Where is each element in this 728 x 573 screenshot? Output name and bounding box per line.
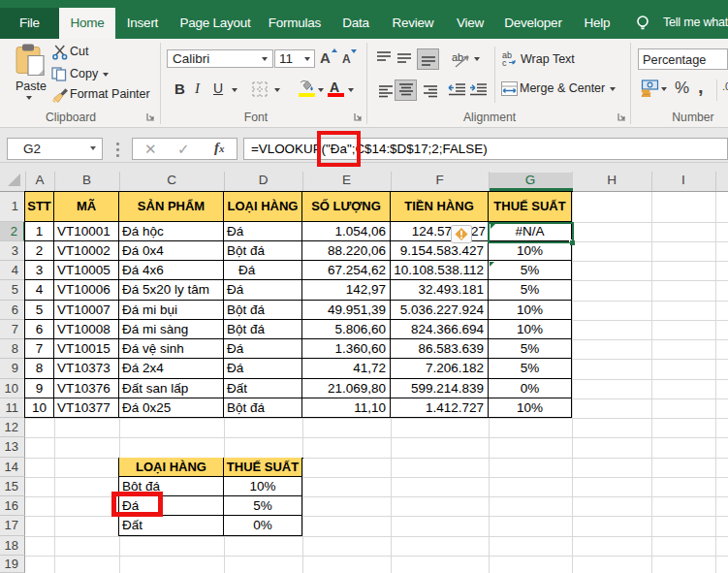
svg-text:c: c bbox=[502, 58, 507, 67]
